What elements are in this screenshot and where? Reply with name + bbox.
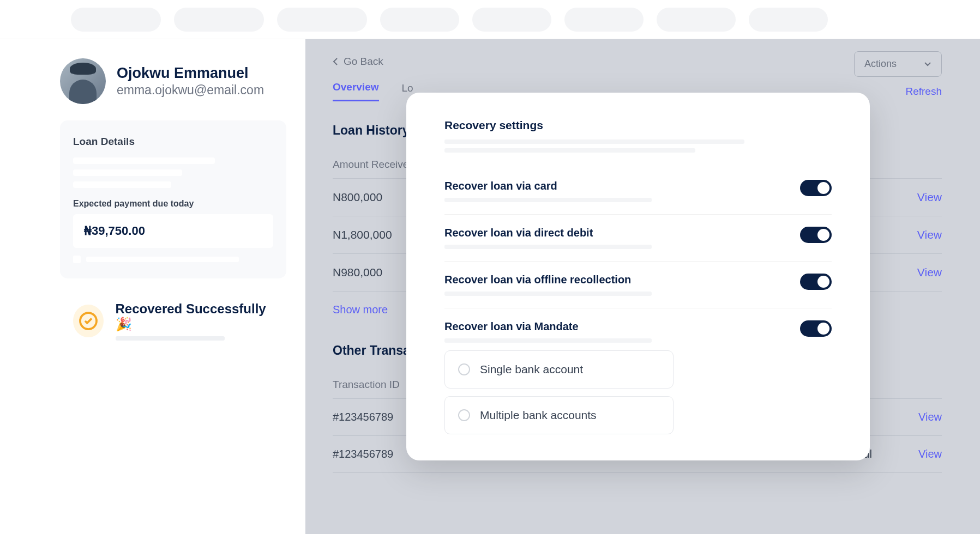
skeleton [444, 148, 695, 153]
top-nav [0, 0, 980, 39]
skeleton [444, 139, 744, 144]
chevron-left-icon [333, 57, 338, 66]
check-success-icon [73, 305, 104, 337]
toggle-direct-debit[interactable] [800, 227, 832, 243]
setting-label: Recover loan via offline recollection [444, 274, 800, 286]
skeleton [73, 256, 81, 263]
user-header: Ojokwu Emmanuel emma.ojokwu@email.com [60, 58, 286, 104]
actions-label: Actions [864, 58, 897, 70]
setting-label: Recover loan via card [444, 180, 800, 192]
nav-pill [564, 8, 644, 32]
recovered-card: Recovered Successfully 🎉 [60, 290, 286, 351]
radio-icon [458, 363, 470, 375]
user-name: Ojokwu Emmanuel [117, 65, 264, 82]
toggle-mandate[interactable] [800, 320, 832, 337]
nav-pill [472, 8, 551, 32]
setting-label: Recover loan via Mandate [444, 320, 800, 333]
radio-label: Multiple bank accounts [480, 409, 597, 422]
skeleton [444, 198, 652, 202]
loan-details-card: Loan Details Expected payment due today … [60, 120, 286, 278]
expected-payment-amount: ₦39,750.00 [73, 214, 273, 248]
view-link[interactable]: View [917, 191, 942, 204]
recovery-settings-modal: Recovery settings Recover loan via card … [406, 93, 870, 460]
loan-details-title: Loan Details [73, 136, 273, 148]
toggle-offline[interactable] [800, 274, 832, 290]
view-link[interactable]: View [918, 411, 942, 423]
nav-pill [380, 8, 459, 32]
setting-card: Recover loan via card [444, 168, 832, 215]
nav-pill [277, 8, 367, 32]
view-link[interactable]: View [917, 266, 942, 279]
radio-multiple-bank[interactable]: Multiple bank accounts [444, 396, 674, 434]
sidebar: Ojokwu Emmanuel emma.ojokwu@email.com Lo… [0, 39, 305, 534]
skeleton [444, 245, 652, 249]
chevron-down-icon [924, 62, 931, 67]
setting-direct-debit: Recover loan via direct debit [444, 215, 832, 262]
skeleton [444, 338, 652, 343]
radio-label: Single bank account [480, 363, 583, 376]
nav-pill [749, 8, 828, 32]
avatar [60, 58, 106, 104]
expected-payment-label: Expected payment due today [73, 199, 273, 209]
refresh-link[interactable]: Refresh [905, 86, 942, 98]
user-email: emma.ojokwu@email.com [117, 83, 264, 98]
nav-pill [71, 8, 161, 32]
skeleton [73, 157, 215, 164]
radio-single-bank[interactable]: Single bank account [444, 350, 674, 389]
go-back-label: Go Back [344, 56, 383, 68]
skeleton [444, 292, 652, 296]
setting-label: Recover loan via direct debit [444, 227, 800, 239]
nav-pill [174, 8, 264, 32]
skeleton [116, 336, 225, 341]
go-back-button[interactable]: Go Back [333, 56, 942, 68]
view-link[interactable]: View [918, 448, 942, 460]
view-link[interactable]: View [917, 228, 942, 241]
setting-offline: Recover loan via offline recollection [444, 262, 832, 308]
setting-mandate: Recover loan via Mandate Single bank acc… [444, 308, 832, 434]
nav-pill [657, 8, 736, 32]
skeleton [73, 169, 182, 176]
radio-icon [458, 409, 470, 421]
tab-overview[interactable]: Overview [333, 81, 379, 101]
skeleton [73, 181, 171, 188]
modal-title: Recovery settings [444, 119, 832, 132]
toggle-card[interactable] [800, 180, 832, 196]
recovered-text: Recovered Successfully 🎉 [116, 301, 273, 332]
actions-dropdown[interactable]: Actions [854, 51, 942, 77]
skeleton [86, 257, 239, 262]
